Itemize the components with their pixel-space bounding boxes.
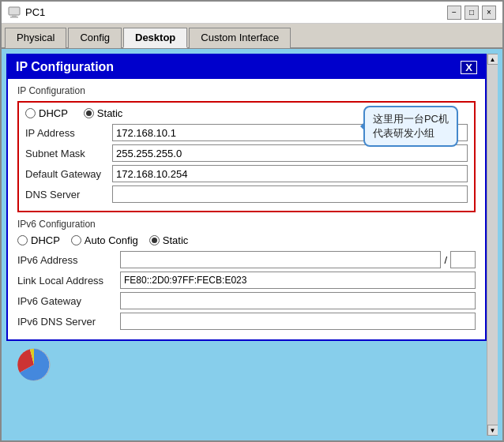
ip-config-body: IP Configuration DHCP [8, 79, 485, 339]
scroll-down-button[interactable]: ▼ [487, 425, 498, 436]
ipv4-section: DHCP Static 这里用一台PC机 代表研发小组 [17, 101, 476, 212]
svg-rect-2 [10, 17, 18, 18]
svg-rect-1 [12, 15, 17, 17]
content-row: IP Configuration X IP Configuration [6, 54, 498, 436]
link-local-wrap [120, 272, 476, 289]
title-bar: PC1 − □ × [2, 2, 502, 24]
ipv6-static-radio[interactable] [149, 235, 160, 245]
ipv6-section-label: IPv6 Configuration [17, 219, 476, 230]
ip-address-label: IP Address [25, 127, 112, 139]
minimize-button[interactable]: − [447, 6, 461, 20]
ipv6-address-wrap: / [120, 251, 476, 268]
ipv6-dns-wrap [120, 313, 476, 330]
dns-server-label: DNS Server [25, 189, 112, 200]
pc-icon [8, 6, 21, 19]
ipv6-dns-row: IPv6 DNS Server [17, 313, 476, 330]
tab-desktop[interactable]: Desktop [123, 28, 187, 48]
ipv6-gateway-wrap [120, 292, 476, 309]
ipv6-radio-row: DHCP Auto Config Static [17, 234, 476, 246]
ipv6-address-label: IPv6 Address [17, 254, 120, 266]
ip-config-close-button[interactable]: X [461, 61, 477, 74]
dns-server-row: DNS Server [25, 185, 468, 203]
ipv6-dhcp-label: DHCP [31, 234, 60, 246]
ipv6-dhcp-radio[interactable] [17, 235, 28, 245]
window: PC1 − □ × Physical Config Desktop Custom… [0, 0, 504, 442]
tooltip-line2: 代表研发小组 [373, 126, 449, 140]
dhcp-option[interactable]: DHCP [25, 107, 68, 119]
dhcp-radio[interactable] [25, 108, 36, 118]
ip-config-header: IP Configuration X [8, 55, 485, 79]
ipv6-section: IPv6 Configuration DHCP Auto Config [17, 219, 476, 330]
scrollbar[interactable]: ▲ ▼ [487, 54, 498, 436]
ipv6-autoconfig-radio[interactable] [71, 235, 81, 245]
ipv6-dns-input[interactable] [120, 313, 476, 330]
default-gateway-input[interactable] [112, 165, 468, 182]
ipv6-gateway-input[interactable] [120, 292, 476, 309]
ipv6-autoconfig-option[interactable]: Auto Config [71, 234, 138, 246]
ip-config-panel: IP Configuration X IP Configuration [6, 54, 487, 341]
static-option[interactable]: Static [84, 107, 123, 119]
close-button[interactable]: × [482, 6, 496, 20]
window-title: PC1 [25, 6, 45, 18]
ipv6-dns-label: IPv6 DNS Server [17, 316, 120, 328]
tab-config[interactable]: Config [68, 28, 122, 48]
link-local-label: Link Local Address [17, 275, 120, 287]
tab-bar: Physical Config Desktop Custom Interface [2, 24, 502, 49]
tab-physical[interactable]: Physical [5, 28, 66, 48]
scroll-up-button[interactable]: ▲ [487, 54, 498, 65]
ipv6-autoconfig-label: Auto Config [85, 234, 138, 246]
ipv6-gateway-row: IPv6 Gateway [17, 292, 476, 309]
ipv6-slash: / [442, 254, 449, 266]
maximize-button[interactable]: □ [465, 6, 479, 20]
ipv6-static-label: Static [163, 234, 189, 246]
svg-rect-0 [9, 7, 20, 15]
subnet-mask-input[interactable] [112, 144, 468, 162]
main-content: IP Configuration X IP Configuration [2, 49, 502, 440]
panel-area: IP Configuration X IP Configuration [6, 54, 487, 436]
dns-server-input[interactable] [112, 185, 468, 203]
title-bar-left: PC1 [8, 6, 45, 19]
ipv6-gateway-label: IPv6 Gateway [17, 295, 120, 307]
bottom-area [6, 341, 487, 388]
tooltip-line1: 这里用一台PC机 [373, 112, 449, 126]
tab-custom-interface[interactable]: Custom Interface [189, 28, 291, 48]
title-controls: − □ × [447, 6, 496, 20]
link-local-row: Link Local Address [17, 272, 476, 289]
dhcp-label: DHCP [39, 107, 68, 119]
pie-chart-icon [14, 345, 54, 384]
ipv6-address-row: IPv6 Address / [17, 251, 476, 268]
link-local-input[interactable] [120, 272, 476, 289]
static-radio[interactable] [84, 108, 94, 118]
ipv4-section-label: IP Configuration [17, 85, 476, 96]
static-label: Static [97, 107, 123, 119]
ipv6-prefix-input[interactable] [450, 251, 476, 268]
ipv6-static-option[interactable]: Static [149, 234, 189, 246]
subnet-mask-row: Subnet Mask [25, 144, 468, 162]
ipv6-address-input[interactable] [120, 251, 441, 268]
subnet-mask-label: Subnet Mask [25, 148, 112, 159]
default-gateway-label: Default Gateway [25, 168, 112, 180]
ip-config-title: IP Configuration [16, 60, 114, 74]
default-gateway-row: Default Gateway [25, 165, 468, 182]
ipv6-dhcp-option[interactable]: DHCP [17, 234, 60, 246]
tooltip-bubble: 这里用一台PC机 代表研发小组 [363, 106, 458, 147]
